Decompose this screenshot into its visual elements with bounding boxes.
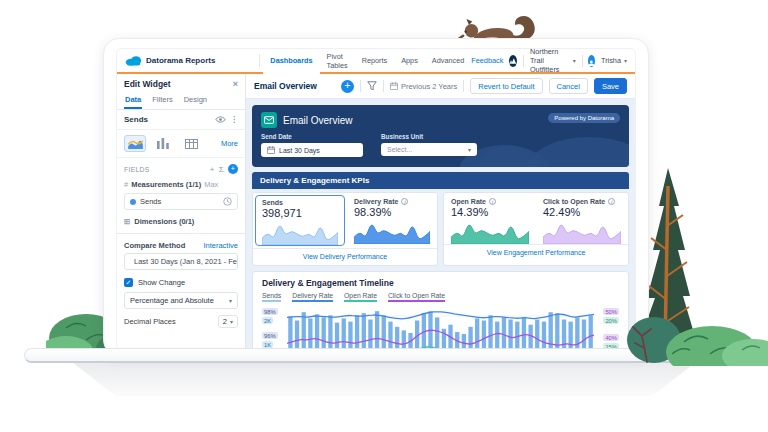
powered-by-badge: Powered by Datorama — [548, 113, 620, 123]
compare-range-value: Last 30 Days (Jan 8, 2021 - Feb 6... — [134, 257, 238, 266]
dimensions-label: Dimensions (0/1) — [134, 217, 194, 226]
date-range-control[interactable]: Previous 2 Years — [390, 82, 457, 91]
business-unit-field: Business Unit Select... ▾ — [381, 133, 477, 157]
chevron-down-icon: ▾ — [624, 57, 627, 64]
chevron-down-icon: ▾ — [230, 318, 233, 325]
field-target-icon[interactable]: + — [228, 164, 238, 174]
eye-icon[interactable] — [215, 116, 226, 123]
decimal-places-value: 2 — [223, 317, 227, 326]
add-field-icon[interactable]: + — [210, 165, 215, 174]
save-button[interactable]: Save — [594, 78, 627, 94]
widget-name-row[interactable]: Sends ⋮ — [117, 110, 245, 130]
brand-label: Datorama Reports — [146, 56, 215, 65]
chart-type-area-icon[interactable] — [124, 135, 146, 152]
send-date-input[interactable]: Last 30 Days — [261, 143, 363, 157]
view-delivery-performance-link[interactable]: View Delivery Performance — [253, 248, 437, 265]
org-name: Northern Trail Outfitters — [530, 48, 570, 74]
feedback-link[interactable]: Feedback — [471, 56, 503, 65]
email-overview-banner: Email Overview Powered by Datorama Send … — [252, 105, 629, 167]
edit-widget-panel: Edit Widget × Data Filters Design Sends … — [117, 74, 246, 349]
more-chart-types-link[interactable]: More — [221, 139, 238, 148]
change-mode-value: Percentage and Absolute — [130, 296, 214, 305]
timeline-right-axis: 50%20%40%15% — [597, 307, 619, 349]
compare-method-label: Compare Method — [124, 241, 185, 250]
change-mode-select[interactable]: Percentage and Absolute ▾ — [124, 292, 238, 309]
sigma-icon[interactable]: Σ — [219, 165, 224, 174]
dashboard-content: Email Overview Powered by Datorama Send … — [246, 99, 635, 349]
nav-tabs: DashboardsPivot TablesReportsAppsAdvance… — [263, 49, 471, 72]
send-date-label: Send Date — [261, 133, 363, 140]
measurement-item-sends[interactable]: Sends — [124, 193, 238, 210]
filter-icon[interactable] — [367, 81, 377, 91]
top-nav: Datorama Reports DashboardsPivot TablesR… — [117, 49, 635, 72]
revert-to-default-button[interactable]: Revert to Default — [470, 78, 542, 94]
user-menu[interactable]: Trisha ▾ — [601, 56, 627, 65]
kpi-card-open-rate[interactable]: Open Rate i 14.39% — [444, 193, 536, 244]
kpi-label: Click to Open Rate — [543, 198, 605, 205]
timeline-title: Delivery & Engagement Timeline — [262, 278, 619, 288]
nav-tab-reports[interactable]: Reports — [355, 49, 395, 72]
laptop-stand-shadow — [72, 362, 696, 396]
datorama-app-window: Datorama Reports DashboardsPivot TablesR… — [116, 48, 636, 350]
fields-label: FIELDS — [124, 166, 150, 173]
decimal-places-select[interactable]: 2 ▾ — [218, 315, 238, 328]
nav-right-divider-2 — [582, 55, 583, 67]
banner-title: Email Overview — [283, 115, 352, 126]
nav-tab-dashboards[interactable]: Dashboards — [263, 49, 319, 72]
chart-type-bar-icon[interactable] — [152, 135, 174, 152]
trailhead-icon[interactable] — [509, 55, 517, 67]
measurements-max: Max — [204, 180, 218, 189]
date-range-label: Previous 2 Years — [401, 82, 457, 91]
tab-filters[interactable]: Filters — [151, 92, 173, 109]
calendar-icon — [390, 82, 398, 90]
compare-range-input[interactable]: Last 30 Days (Jan 8, 2021 - Feb 6... — [124, 253, 238, 270]
tab-design[interactable]: Design — [183, 92, 208, 109]
kpi-card-click-to-open-rate[interactable]: Click to Open Rate i 42.49% — [536, 193, 628, 244]
timeline-panel: Delivery & Engagement Timeline Sends Del… — [252, 271, 629, 349]
nav-tab-pivot-tables[interactable]: Pivot Tables — [320, 49, 355, 72]
click-to-open-rate-sparkline — [543, 220, 621, 244]
open-rate-sparkline — [451, 220, 529, 244]
kpi-section-header: Delivery & Engagement KPIs — [252, 172, 629, 189]
info-icon[interactable]: i — [401, 198, 408, 205]
clock-icon[interactable] — [223, 197, 232, 206]
sends-sparkline — [262, 221, 338, 245]
edit-widget-tabs: Data Filters Design — [117, 92, 245, 110]
kpi-card-sends[interactable]: Sends 398,971 — [255, 195, 345, 246]
chart-type-row: More — [117, 130, 245, 158]
send-date-field: Send Date Last 30 Days — [261, 133, 363, 157]
avatar[interactable] — [588, 55, 595, 67]
engagement-kpi-panel: Open Rate i 14.39% Click to Open Ra — [443, 192, 629, 266]
business-unit-label: Business Unit — [381, 133, 477, 140]
show-change-checkbox[interactable]: ✓ — [124, 278, 133, 287]
cancel-button[interactable]: Cancel — [549, 78, 588, 94]
timeline-legend: Sends Delivery Rate Open Rate Click to O… — [262, 292, 619, 302]
info-icon[interactable]: i — [608, 198, 615, 205]
legend-delivery-rate[interactable]: Delivery Rate — [292, 292, 333, 302]
email-icon — [261, 112, 277, 128]
nav-tab-apps[interactable]: Apps — [394, 49, 425, 72]
add-widget-button[interactable]: + — [341, 80, 354, 93]
tab-data[interactable]: Data — [124, 92, 142, 109]
legend-sends[interactable]: Sends — [262, 292, 281, 302]
chevron-down-icon: ▾ — [468, 146, 471, 153]
interactive-link[interactable]: Interactive — [203, 241, 238, 250]
info-icon[interactable]: i — [489, 198, 496, 205]
close-icon[interactable]: × — [233, 79, 238, 89]
delivery-rate-sparkline — [354, 220, 430, 244]
chart-type-table-icon[interactable] — [180, 135, 202, 152]
dimensions-icon: ⊞ — [124, 217, 130, 226]
delivery-kpi-panel: Sends 398,971 Delivery Rate i — [252, 192, 438, 266]
kebab-menu-icon[interactable]: ⋮ — [230, 115, 238, 124]
kpi-label: Sends — [262, 199, 283, 206]
nav-tab-advanced[interactable]: Advanced — [425, 49, 471, 72]
view-engagement-performance-link[interactable]: View Engagement Performance — [444, 244, 628, 261]
kpi-card-delivery-rate[interactable]: Delivery Rate i 98.39% — [347, 193, 437, 248]
business-unit-select[interactable]: Select... ▾ — [381, 143, 477, 156]
dashboard-toolbar: Email Overview + Previous 2 Years Revert — [246, 74, 635, 99]
org-selector[interactable]: Northern Trail Outfitters ▾ — [530, 48, 576, 74]
legend-click-to-open-rate[interactable]: Click to Open Rate — [388, 292, 445, 302]
chevron-down-icon: ▾ — [573, 57, 576, 64]
legend-open-rate[interactable]: Open Rate — [344, 292, 377, 302]
brand-accent-bar — [117, 72, 635, 74]
